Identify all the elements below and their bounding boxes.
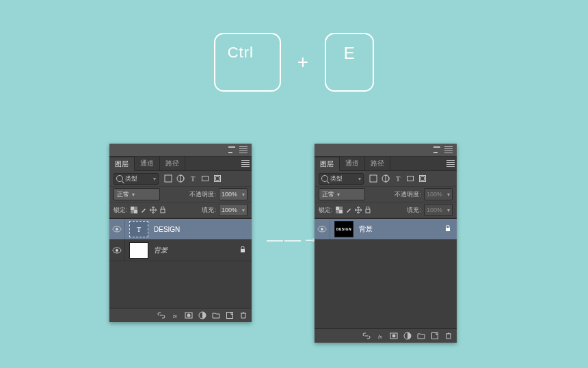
filter-adjust-icon[interactable]: [382, 174, 390, 183]
filter-pixel-icon[interactable]: [369, 174, 377, 183]
lock-label: 锁定:: [319, 206, 333, 215]
trash-icon[interactable]: [444, 332, 453, 340]
eye-icon: [317, 226, 327, 233]
chevron-down-icon: ▾: [132, 192, 135, 198]
svg-text:T: T: [396, 174, 401, 183]
lock-trans-icon[interactable]: [131, 207, 137, 213]
key-ctrl: Ctrl: [214, 33, 281, 92]
opacity-input[interactable]: 100% ▾: [424, 188, 453, 200]
visibility-toggle[interactable]: [109, 240, 125, 261]
fx-icon[interactable]: fx: [376, 332, 384, 340]
lock-move-icon[interactable]: [355, 207, 362, 213]
blend-mode-select[interactable]: 正常 ▾: [319, 188, 365, 200]
lock-move-icon[interactable]: [150, 207, 157, 213]
fill-input[interactable]: 100% ▾: [424, 204, 453, 216]
collapse-icon[interactable]: [228, 146, 235, 153]
lock-all-icon[interactable]: [364, 207, 371, 213]
adjustment-icon[interactable]: [198, 311, 206, 319]
tab-menu-icon[interactable]: [239, 157, 252, 170]
opacity-input[interactable]: 100% ▾: [219, 188, 248, 200]
new-layer-icon[interactable]: [431, 332, 439, 340]
visibility-toggle[interactable]: [315, 219, 330, 239]
blend-mode-label: 正常: [117, 190, 129, 199]
collapse-icon[interactable]: [433, 146, 440, 153]
layer-list: T DESIGN 背景: [109, 218, 252, 308]
layer-row[interactable]: 背景: [109, 240, 252, 261]
adjustment-icon[interactable]: [403, 332, 412, 340]
svg-rect-4: [215, 176, 221, 182]
tab-menu-icon[interactable]: [444, 157, 457, 170]
opacity-value: 100%: [427, 191, 442, 198]
svg-rect-21: [370, 175, 377, 182]
group-icon[interactable]: [212, 311, 220, 319]
group-icon[interactable]: [417, 332, 425, 340]
search-icon: [321, 175, 328, 182]
plus-sign: +: [297, 51, 308, 73]
tab-layers[interactable]: 图层: [315, 157, 340, 171]
visibility-toggle[interactable]: [109, 219, 125, 239]
diagram-stage: Ctrl + E ——→ 图层 通道 路径 类型 ▾: [0, 0, 588, 368]
filter-smart-icon[interactable]: [418, 174, 427, 183]
tab-paths[interactable]: 路径: [365, 157, 390, 170]
chevron-down-icon: ▾: [242, 207, 245, 213]
svg-rect-9: [131, 210, 134, 213]
filter-pixel-icon[interactable]: [164, 174, 172, 183]
filter-adjust-icon[interactable]: [176, 174, 185, 183]
svg-point-33: [321, 228, 323, 231]
link-layers-icon[interactable]: [157, 311, 165, 319]
key-e-label: E: [344, 44, 356, 63]
chevron-down-icon: ▾: [358, 176, 361, 182]
panel-menu-icon[interactable]: [239, 146, 248, 153]
transition-arrow: ——→: [267, 230, 320, 249]
svg-rect-39: [432, 333, 438, 339]
layer-row[interactable]: DESIGN 背景: [315, 219, 457, 240]
filter-shape-icon[interactable]: [406, 174, 414, 183]
svg-rect-20: [227, 313, 233, 319]
tab-paths[interactable]: 路径: [160, 157, 185, 170]
lock-paint-icon[interactable]: [140, 207, 147, 213]
lock-icon: [444, 225, 451, 233]
tab-channels[interactable]: 通道: [135, 157, 160, 170]
trash-icon[interactable]: [239, 311, 248, 319]
panel-menu-icon[interactable]: [444, 146, 453, 153]
filter-shape-icon[interactable]: [201, 174, 209, 183]
fx-icon[interactable]: fx: [171, 311, 179, 319]
panel-titlebar: [315, 144, 457, 157]
lock-row: 锁定: 填充: 100% ▾: [109, 202, 252, 218]
blend-mode-select[interactable]: 正常 ▾: [113, 188, 160, 200]
lock-trans-icon[interactable]: [336, 207, 343, 213]
tab-layers[interactable]: 图层: [109, 157, 135, 171]
svg-rect-30: [336, 210, 339, 213]
filter-kind-select[interactable]: 类型 ▾: [113, 173, 159, 185]
tab-channels[interactable]: 通道: [340, 157, 365, 170]
fill-input[interactable]: 100% ▾: [219, 204, 248, 216]
panel-tabs: 图层 通道 路径: [109, 157, 252, 171]
svg-rect-27: [336, 207, 339, 210]
filter-smart-icon[interactable]: [213, 174, 222, 183]
blend-row: 正常 ▾ 不透明度: 100% ▾: [109, 187, 252, 202]
svg-rect-15: [241, 249, 245, 252]
link-layers-icon[interactable]: [362, 332, 371, 340]
mask-icon[interactable]: [185, 311, 193, 319]
opacity-value: 100%: [222, 191, 237, 198]
filter-kind-label: 类型: [330, 174, 343, 183]
layer-row[interactable]: T DESIGN: [109, 219, 252, 240]
layers-panel-after: 图层 通道 路径 类型 ▾ T 正常: [315, 144, 457, 343]
svg-point-12: [116, 228, 118, 231]
svg-rect-28: [339, 210, 343, 213]
layer-name: 背景: [359, 224, 444, 234]
filter-type-icon[interactable]: T: [189, 174, 197, 183]
opacity-label: 不透明度:: [189, 190, 216, 199]
lock-all-icon[interactable]: [159, 207, 166, 213]
layer-list: DESIGN 背景: [315, 218, 457, 328]
layer-filter-row: 类型 ▾ T: [315, 171, 457, 187]
lock-paint-icon[interactable]: [345, 207, 352, 213]
svg-rect-31: [366, 209, 370, 213]
new-layer-icon[interactable]: [226, 311, 234, 319]
chevron-down-icon: ▾: [337, 192, 340, 198]
lock-icon: [239, 246, 246, 254]
filter-kind-select[interactable]: 类型 ▾: [319, 173, 364, 185]
mask-icon[interactable]: [390, 332, 398, 340]
key-ctrl-label: Ctrl: [228, 44, 254, 62]
filter-type-icon[interactable]: T: [394, 174, 402, 183]
